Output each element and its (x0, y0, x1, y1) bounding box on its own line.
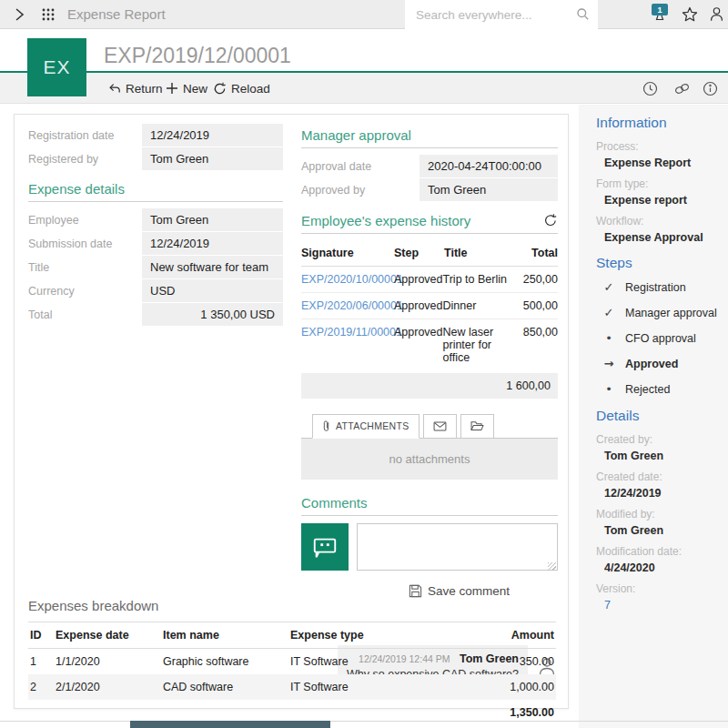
record-title: EXP/2019/12/00001 (104, 44, 291, 68)
attachments-empty-area[interactable]: no attachments (301, 438, 558, 480)
comment-bubble-icon[interactable] (301, 523, 349, 571)
no-attachments-text: no attachments (389, 452, 470, 466)
sidebar-field-form-type: Form type: Expense report (596, 177, 719, 207)
step-manager-approval: ✓ Manager approval (602, 306, 719, 319)
information-header: Information (596, 115, 719, 131)
history-row: EXP/2020/10/00001 Approved Trip to Berli… (301, 267, 558, 293)
envelope-icon (433, 421, 447, 431)
field-total: Total 1 350,00 USD (28, 303, 283, 326)
step-rejected: • Rejected (602, 382, 719, 396)
comment-entry (301, 523, 558, 574)
step-cfo-approval: • CFO approval (602, 331, 719, 345)
attachments-panel: ATTACHMENTS no attachments (301, 413, 558, 480)
submission-date-value: 12/24/2019 (142, 232, 283, 255)
details-header: Details (596, 408, 719, 424)
plus-icon (166, 82, 178, 95)
field-registration-date: Registration date 12/24/2019 (28, 124, 283, 147)
arrow-icon: → (602, 357, 615, 370)
info-sidebar: Information Process: Expense Report Form… (579, 105, 728, 728)
history-record-link[interactable]: EXP/2020/10/00001 (301, 273, 394, 286)
field-title: Title New software for team (28, 256, 283, 278)
general-section: Registration date 12/24/2019 Registered … (28, 124, 283, 327)
tab-email[interactable] (423, 414, 457, 439)
check-icon: ✓ (602, 306, 615, 319)
approved-by-value: Tom Green (420, 178, 558, 201)
registration-date-value: 12/24/2019 (142, 124, 283, 147)
app-grid-icon[interactable] (41, 7, 56, 22)
new-button[interactable]: New (166, 73, 207, 104)
app-title: Expense Report (67, 6, 166, 22)
manager-approval-header: Manager approval (301, 127, 558, 148)
expand-menu-icon[interactable] (12, 7, 26, 22)
field-employee: Employee Tom Green (28, 208, 283, 231)
attachments-tabs: ATTACHMENTS (312, 414, 558, 439)
search-box (405, 0, 598, 29)
form-card: Registration date 12/24/2019 Registered … (14, 114, 569, 709)
comments-header: Comments (301, 495, 558, 516)
save-comment-button[interactable]: Save comment (409, 584, 558, 598)
comment-textarea[interactable] (357, 523, 558, 571)
field-registered-by: Registered by Tom Green (28, 147, 283, 170)
save-icon (409, 584, 422, 598)
linked-items-icon[interactable] (673, 81, 691, 96)
version-link[interactable]: 7 (604, 599, 719, 612)
sidebar-field-process: Process: Expense Report (596, 140, 719, 169)
favorites-star-icon[interactable] (681, 5, 699, 24)
header-accent-line (0, 71, 728, 73)
sidebar-field-modified-by: Modified by: Tom Green (596, 508, 719, 537)
breakdown-header-row: ID Expense date Item name Expense type A… (28, 622, 556, 649)
check-icon: ✓ (602, 280, 615, 294)
expenses-breakdown-section: Expenses breakdown ID Expense date Item … (28, 598, 556, 725)
tab-attachments[interactable]: ATTACHMENTS (312, 414, 420, 439)
expense-history-table: Signature Step Title Total EXP/2020/10/0… (301, 240, 558, 399)
sidebar-field-workflow: Workflow: Expense Approval (596, 215, 719, 244)
breakdown-title: Expenses breakdown (28, 598, 556, 613)
reload-button[interactable]: Reload (213, 73, 270, 104)
return-button[interactable]: Return (107, 73, 163, 104)
history-row: EXP/2020/06/00001 Approved Dinner 500,00 (301, 293, 558, 319)
return-icon (107, 82, 121, 95)
folder-icon (470, 420, 484, 431)
search-icon[interactable] (576, 7, 590, 21)
top-bar: Expense Report 1 (0, 0, 728, 29)
total-value: 1 350,00 USD (142, 303, 283, 326)
refresh-icon[interactable] (543, 213, 558, 228)
history-header-row: Signature Step Title Total (301, 240, 558, 267)
bullet-icon: • (602, 382, 615, 396)
tab-files[interactable] (460, 414, 494, 439)
search-input[interactable] (405, 0, 598, 29)
horizontal-scrollbar-thumb[interactable] (130, 721, 330, 728)
expense-details-header: Expense details (28, 181, 283, 202)
notification-badge: 1 (652, 4, 668, 15)
info-icon[interactable] (703, 81, 718, 96)
horizontal-scrollbar-track[interactable] (0, 721, 728, 722)
history-record-link[interactable]: EXP/2020/06/00001 (301, 299, 394, 312)
bullet-icon: • (602, 331, 615, 345)
action-toolbar: Return New Reload (0, 73, 728, 104)
user-profile-icon[interactable] (708, 5, 725, 23)
currency-value: USD (142, 279, 283, 302)
history-total: 1 600,00 (301, 373, 558, 399)
field-submission-date: Submission date 12/24/2019 (28, 232, 283, 255)
step-registration: ✓ Registration (602, 280, 719, 294)
field-approved-by: Approved by Tom Green (301, 178, 558, 201)
notifications-icon[interactable]: 1 (652, 4, 670, 22)
breakdown-table: ID Expense date Item name Expense type A… (28, 622, 556, 725)
history-record-link[interactable]: EXP/2019/11/00001 (301, 326, 394, 364)
textarea-resize-handle[interactable] (548, 562, 556, 571)
breakdown-row: 2 2/1/2020 CAD software IT Software 1,00… (28, 674, 556, 700)
sidebar-field-modification-date: Modification date: 4/24/2020 (596, 545, 719, 574)
record-avatar: EX (27, 38, 86, 96)
approval-date-value: 2020-04-24T00:00:00 (420, 155, 558, 177)
sidebar-field-version: Version: 7 (596, 582, 719, 612)
sidebar-field-created-by: Created by: Tom Green (596, 433, 719, 462)
sidebar-field-created-date: Created date: 12/24/2019 (596, 470, 719, 500)
history-clock-icon[interactable] (642, 81, 658, 96)
breakdown-row: 1 1/1/2020 Graphic software IT Software … (28, 649, 556, 674)
field-approval-date: Approval date 2020-04-24T00:00:00 (301, 155, 558, 177)
field-currency: Currency USD (28, 279, 283, 302)
reload-icon (213, 82, 227, 96)
expense-history-header: Employee's expense history (301, 213, 558, 234)
title-value: New software for team (142, 256, 283, 278)
paperclip-icon (322, 420, 330, 432)
